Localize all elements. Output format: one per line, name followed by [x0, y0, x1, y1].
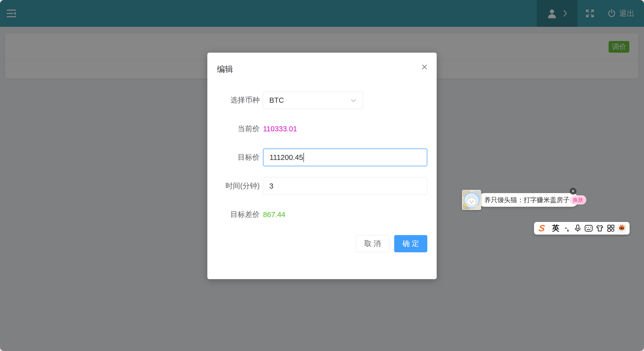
target-diff-value: 867.44: [263, 211, 285, 219]
form-row-target-price: 目标价 111200.45: [207, 149, 437, 166]
punctuation-icon: ·,: [565, 224, 568, 232]
sogou-logo-button[interactable]: S: [537, 222, 547, 235]
minutes-input[interactable]: 3: [263, 177, 427, 195]
target-price-label: 目标价: [207, 152, 260, 162]
dialog-footer: 取 消 确 定: [356, 235, 427, 252]
confirm-button[interactable]: 确 定: [394, 235, 427, 252]
currency-select-value: BTC: [269, 96, 284, 105]
skin-shop-button[interactable]: [594, 222, 605, 235]
toolbar-divider: [549, 225, 549, 232]
ime-widget-close-button[interactable]: ✕: [570, 188, 576, 195]
browser-window: 退出 调价 编辑 ✕ 选择币种 BTC: [0, 0, 644, 351]
current-price-value: 110333.01: [263, 125, 297, 133]
sogou-logo: S: [538, 223, 545, 234]
currency-select[interactable]: BTC: [263, 91, 363, 109]
text-caret: [303, 153, 304, 162]
ime-cat-message-pill: 养只馒头猫：打字赚米盖房子 换肤: [478, 193, 579, 207]
microphone-icon: [574, 224, 582, 232]
form-row-currency: 选择币种 BTC: [207, 91, 437, 109]
language-mode-label: 英: [552, 223, 559, 233]
punctuation-toggle-button[interactable]: ·,: [561, 222, 572, 235]
target-diff-label: 目标差价: [207, 210, 260, 220]
virtual-keyboard-button[interactable]: [583, 222, 594, 235]
cancel-button[interactable]: 取 消: [356, 235, 389, 252]
form-row-current-price: 当前价 110333.01: [207, 120, 437, 138]
chevron-down-icon: [350, 97, 357, 104]
language-mode-button[interactable]: 英: [550, 222, 561, 235]
toolbox-button[interactable]: [606, 222, 616, 235]
dialog-body: 选择币种 BTC 当前价 110333.01 目标价: [207, 91, 437, 234]
cat-illustration: [462, 190, 481, 210]
minutes-input-value: 3: [269, 182, 273, 190]
minutes-label: 时间(分钟): [207, 181, 260, 191]
ai-cat-assistant-button[interactable]: [616, 222, 627, 235]
target-price-input-value: 111200.45: [270, 153, 303, 162]
ime-cat-avatar[interactable]: [462, 190, 481, 210]
currency-label: 选择币种: [207, 95, 260, 105]
dialog-close-icon[interactable]: ✕: [421, 63, 428, 71]
change-skin-button[interactable]: 换肤: [570, 195, 586, 204]
dialog-header: 编辑 ✕: [207, 53, 437, 75]
voice-input-button[interactable]: [572, 222, 583, 235]
tshirt-icon: [596, 224, 604, 232]
ime-toolbar: S 英 ·,: [534, 222, 630, 235]
ime-cat-message: 养只馒头猫：打字赚米盖房子: [484, 196, 570, 204]
ai-cat-icon: [617, 223, 627, 233]
dialog-title: 编辑: [217, 65, 233, 74]
keyboard-icon: [585, 224, 593, 232]
form-row-target-diff: 目标差价 867.44: [207, 206, 437, 223]
apps-grid-icon: [607, 224, 615, 232]
form-row-minutes: 时间(分钟) 3: [207, 177, 437, 195]
edit-dialog: 编辑 ✕ 选择币种 BTC 当前价 110333.01: [207, 53, 437, 279]
current-price-label: 当前价: [207, 124, 260, 134]
target-price-input[interactable]: 111200.45: [263, 149, 427, 166]
